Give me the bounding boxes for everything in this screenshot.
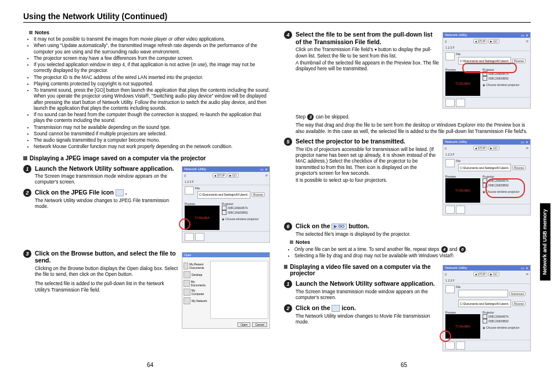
movie-file-icon xyxy=(332,305,340,312)
note-item: The audio signals transmitted by a compu… xyxy=(34,138,270,143)
step-5: 5 Select the projector to be transmitted… xyxy=(284,138,439,184)
cancel-button[interactable]: Cancel xyxy=(252,322,267,327)
desktop-icon xyxy=(184,271,190,278)
step-number-icon: 6 xyxy=(284,222,292,231)
open-dialog-screenshot: Open My Recent Documents Desktop My Docu… xyxy=(182,252,270,329)
page-title: Using the Network Utility (Continued) xyxy=(23,12,531,23)
notes-list: It may not be possible to transmit the i… xyxy=(23,37,270,150)
open-button[interactable]: Open xyxy=(238,322,250,327)
go-button[interactable]: ▶ GO xyxy=(228,173,239,178)
note-item: If no sound can be heard from the comput… xyxy=(34,112,270,124)
mode-icon[interactable] xyxy=(195,233,204,241)
square-bullet-icon xyxy=(23,156,27,160)
square-bullet-icon xyxy=(29,31,33,34)
note-item: Transmission may not be available depend… xyxy=(34,125,270,131)
mode-icon[interactable] xyxy=(185,233,194,241)
notes-heading: Notes xyxy=(29,30,270,35)
sidebar-item[interactable]: My Computer xyxy=(184,289,208,296)
step-2: 2 Click on the JPEG File icon . The Netw… xyxy=(23,189,178,210)
step-4: 4 Select the file to be sent from the pu… xyxy=(284,31,439,72)
note-item: It may not be possible to transmit the i… xyxy=(34,37,270,42)
note-item: When using "Update automatically", the t… xyxy=(34,43,270,55)
notes-heading: Notes xyxy=(290,239,531,245)
sidebar-item[interactable]: My Recent Documents xyxy=(184,262,208,269)
section-jpeg-title: Displaying a JPEG image saved on a compu… xyxy=(23,155,270,161)
sidebar-item[interactable]: Desktop xyxy=(184,271,208,278)
computer-icon xyxy=(184,289,190,296)
step-number-icon: 2 xyxy=(284,304,292,312)
checkbox[interactable] xyxy=(222,210,226,215)
sidebar-item[interactable]: My Network xyxy=(184,297,208,304)
folder-icon xyxy=(184,280,190,287)
open-dialog-title: Open xyxy=(182,253,269,257)
network-utility-screenshot: Network Utility▭ ✕ ⎙■ STOP ▶ GO⟳ 1 2 3 F… xyxy=(443,139,531,215)
preview-box: TOSHIBA xyxy=(185,206,220,230)
left-column: Notes It may not be possible to transmit… xyxy=(23,27,270,355)
radio-icon[interactable]: ◉ xyxy=(222,217,224,221)
checkbox[interactable] xyxy=(222,206,226,210)
browse-button[interactable]: Browse xyxy=(251,192,265,197)
page-number-right: 65 xyxy=(401,362,407,368)
square-bullet-icon xyxy=(290,240,293,244)
step-1: 1 Launch the Network Utility software ap… xyxy=(23,165,178,185)
note-item: If you selected application window in st… xyxy=(34,62,270,74)
note-item: Playing contents protected by copyright … xyxy=(34,81,270,87)
step-3: 3 Click on the Browse button, and select… xyxy=(23,250,178,293)
stop-button[interactable]: ■ STOP xyxy=(213,173,226,178)
sidebar-item[interactable]: My Documents xyxy=(184,280,208,287)
network-icon xyxy=(184,297,190,304)
video-step-1: 1 Launch the Network Utility software ap… xyxy=(284,280,439,300)
note-item: To transmit sound, press the [GO] button… xyxy=(34,88,270,112)
note-item: Network Mouse Controller function may no… xyxy=(34,144,270,150)
page-number-left: 64 xyxy=(147,362,153,368)
right-column: Network Utility▭ ✕ ⎙■ STOP ▶ GO⟳ 1 2 3 F… xyxy=(284,27,531,355)
square-bullet-icon xyxy=(284,265,287,269)
note-item: Sound cannot be transmitted if multiple … xyxy=(34,131,270,137)
mode-icon[interactable] xyxy=(185,186,194,195)
note-item: Selecting a file by drag and drop may no… xyxy=(294,253,531,259)
step-number-icon: 5 xyxy=(284,138,292,146)
folder-icon xyxy=(184,262,188,269)
step-number-icon: 1 xyxy=(23,165,31,173)
step-number-icon: 2 xyxy=(23,189,31,197)
network-utility-screenshot: Network Utility▭ ✕ ⎙■ STOP ▶ GO⟳ 1 2 3 F… xyxy=(443,32,531,109)
note-item: The projector ID is the MAC address of t… xyxy=(34,75,270,81)
step-number-icon: 3 xyxy=(23,250,31,258)
jpeg-file-icon xyxy=(116,189,124,196)
network-utility-screenshot: Network Utility▭ ✕ ⎙■ STOP ▶ GO⟳ 1 2 3 F… xyxy=(443,265,531,351)
note-item: The projector screen may have a few diff… xyxy=(34,56,270,62)
section-video-title: Displaying a video file saved on a compu… xyxy=(284,264,439,276)
network-utility-screenshot: Network Utility▭ ✕ ⎙ ■ STOP ▶ GO ⟳ 1 2 3… xyxy=(182,166,270,243)
toolbar-icon: ⎙ xyxy=(184,174,186,177)
toolbar-icon: ⟳ xyxy=(265,174,268,177)
window-controls-icon: ▭ ✕ xyxy=(260,167,268,171)
window-title: Network Utility xyxy=(184,167,206,171)
note-item: Only one file can be sent at a time. To … xyxy=(294,246,531,253)
video-step-2: 2 Click on the icon. The Network Utility… xyxy=(284,304,439,325)
file-list-area[interactable] xyxy=(210,261,268,319)
file-path-input[interactable] xyxy=(197,191,250,199)
go-button-icon: ▶ GO xyxy=(332,224,347,229)
step-ref-icon: 3 xyxy=(307,114,314,120)
section-tab: Network and USB memory xyxy=(540,203,551,280)
notes-list-2: Only one file can be sent at a time. To … xyxy=(284,246,531,259)
step-number-icon: 1 xyxy=(284,280,292,288)
step-6: 6 Click on the ▶ GO button. The selected… xyxy=(284,222,531,237)
step-number-icon: 4 xyxy=(284,31,292,39)
